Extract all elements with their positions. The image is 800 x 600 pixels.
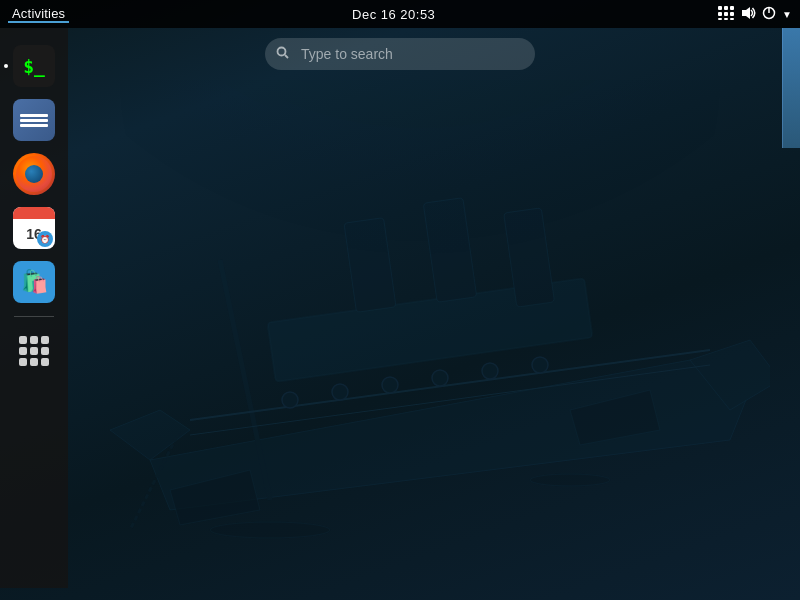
files-icon bbox=[13, 99, 55, 141]
svg-point-13 bbox=[282, 392, 298, 408]
dock-item-software-center[interactable]: 🛍️ bbox=[10, 258, 58, 306]
network-icon[interactable] bbox=[718, 6, 734, 23]
background-image bbox=[70, 80, 770, 580]
desktop-background bbox=[0, 0, 800, 600]
power-icon[interactable] bbox=[762, 6, 776, 23]
terminal-icon: $_ bbox=[13, 45, 55, 87]
dock-separator bbox=[14, 316, 54, 317]
dock-item-calendar[interactable]: 16 ⏰ bbox=[10, 204, 58, 252]
svg-line-35 bbox=[285, 55, 288, 58]
svg-point-15 bbox=[382, 377, 398, 393]
active-indicator bbox=[4, 64, 8, 68]
svg-rect-24 bbox=[730, 6, 734, 10]
svg-point-14 bbox=[332, 384, 348, 400]
svg-point-19 bbox=[210, 522, 330, 538]
search-input[interactable] bbox=[265, 38, 535, 70]
clock-badge: ⏰ bbox=[37, 231, 53, 247]
dock-item-files[interactable] bbox=[10, 96, 58, 144]
right-workspace-strip[interactable] bbox=[782, 28, 800, 148]
search-container bbox=[265, 38, 535, 70]
svg-point-20 bbox=[530, 474, 610, 486]
software-center-icon: 🛍️ bbox=[13, 261, 55, 303]
svg-marker-6 bbox=[110, 410, 190, 460]
svg-rect-25 bbox=[718, 12, 722, 16]
firefox-icon bbox=[13, 153, 55, 195]
datetime-display: Dec 16 20:53 bbox=[352, 7, 435, 22]
top-bar: Activities Dec 16 20:53 bbox=[0, 0, 800, 28]
svg-marker-31 bbox=[742, 7, 750, 19]
dock: $_ 16 ⏰ 🛍️ bbox=[0, 28, 68, 588]
svg-rect-22 bbox=[718, 6, 722, 10]
dock-item-appgrid[interactable] bbox=[10, 327, 58, 375]
system-tray: ▼ bbox=[718, 6, 792, 23]
svg-point-34 bbox=[278, 48, 286, 56]
calendar-icon: 16 ⏰ bbox=[13, 207, 55, 249]
system-menu-arrow[interactable]: ▼ bbox=[782, 9, 792, 20]
svg-rect-23 bbox=[724, 6, 728, 10]
svg-point-18 bbox=[532, 357, 548, 373]
svg-rect-28 bbox=[718, 18, 722, 20]
activities-button[interactable]: Activities bbox=[8, 6, 69, 23]
svg-rect-27 bbox=[730, 12, 734, 16]
volume-icon[interactable] bbox=[740, 6, 756, 23]
svg-point-21 bbox=[120, 80, 720, 380]
dock-item-terminal[interactable]: $_ bbox=[10, 42, 58, 90]
svg-rect-26 bbox=[724, 12, 728, 16]
app-grid-icon bbox=[13, 330, 55, 372]
search-icon bbox=[276, 46, 289, 62]
dock-item-firefox[interactable] bbox=[10, 150, 58, 198]
svg-rect-29 bbox=[724, 18, 728, 20]
svg-rect-30 bbox=[730, 18, 734, 20]
